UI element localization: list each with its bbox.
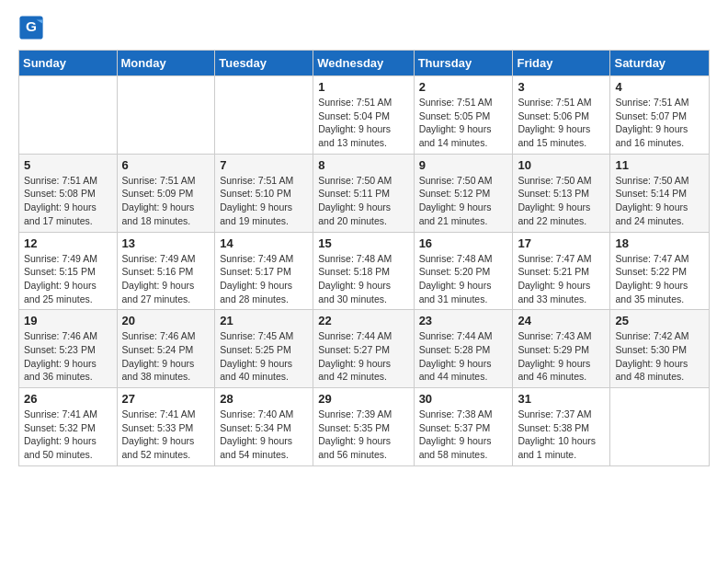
day-info: Sunrise: 7:44 AM Sunset: 5:27 PM Dayligh… <box>318 329 408 384</box>
calendar-cell: 1Sunrise: 7:51 AM Sunset: 5:04 PM Daylig… <box>313 76 414 155</box>
calendar-cell: 24Sunrise: 7:43 AM Sunset: 5:29 PM Dayli… <box>513 310 610 388</box>
calendar-cell: 10Sunrise: 7:50 AM Sunset: 5:13 PM Dayli… <box>513 154 610 232</box>
day-number: 14 <box>220 236 308 250</box>
svg-text:G: G <box>26 18 37 34</box>
calendar-cell: 14Sunrise: 7:49 AM Sunset: 5:17 PM Dayli… <box>215 232 313 310</box>
calendar-cell: 17Sunrise: 7:47 AM Sunset: 5:21 PM Dayli… <box>513 232 610 310</box>
calendar-cell: 30Sunrise: 7:38 AM Sunset: 5:37 PM Dayli… <box>414 388 513 466</box>
calendar-cell: 4Sunrise: 7:51 AM Sunset: 5:07 PM Daylig… <box>610 76 710 155</box>
day-info: Sunrise: 7:48 AM Sunset: 5:20 PM Dayligh… <box>419 252 508 306</box>
calendar-cell: 16Sunrise: 7:48 AM Sunset: 5:20 PM Dayli… <box>414 232 513 310</box>
calendar-table: SundayMondayTuesdayWednesdayThursdayFrid… <box>18 50 710 466</box>
calendar-cell: 5Sunrise: 7:51 AM Sunset: 5:08 PM Daylig… <box>19 154 118 232</box>
day-info: Sunrise: 7:51 AM Sunset: 5:04 PM Dayligh… <box>318 96 408 150</box>
calendar-cell: 28Sunrise: 7:40 AM Sunset: 5:34 PM Dayli… <box>215 388 313 466</box>
day-info: Sunrise: 7:37 AM Sunset: 5:38 PM Dayligh… <box>518 408 605 462</box>
day-info: Sunrise: 7:51 AM Sunset: 5:10 PM Dayligh… <box>220 174 308 228</box>
day-info: Sunrise: 7:51 AM Sunset: 5:08 PM Dayligh… <box>24 174 112 228</box>
day-info: Sunrise: 7:49 AM Sunset: 5:16 PM Dayligh… <box>122 252 210 306</box>
calendar-cell: 31Sunrise: 7:37 AM Sunset: 5:38 PM Dayli… <box>513 388 610 466</box>
day-number: 22 <box>318 314 408 327</box>
day-info: Sunrise: 7:41 AM Sunset: 5:33 PM Dayligh… <box>122 408 210 462</box>
logo: G <box>18 15 46 40</box>
calendar-cell: 20Sunrise: 7:46 AM Sunset: 5:24 PM Dayli… <box>117 310 215 388</box>
day-info: Sunrise: 7:46 AM Sunset: 5:23 PM Dayligh… <box>24 329 112 384</box>
calendar-cell: 25Sunrise: 7:42 AM Sunset: 5:30 PM Dayli… <box>610 310 710 388</box>
calendar-cell <box>610 388 710 466</box>
calendar-cell: 3Sunrise: 7:51 AM Sunset: 5:06 PM Daylig… <box>513 76 610 155</box>
day-info: Sunrise: 7:51 AM Sunset: 5:05 PM Dayligh… <box>419 96 508 150</box>
day-number: 1 <box>318 80 408 94</box>
day-info: Sunrise: 7:39 AM Sunset: 5:35 PM Dayligh… <box>318 408 408 462</box>
day-number: 12 <box>24 236 112 250</box>
day-info: Sunrise: 7:49 AM Sunset: 5:15 PM Dayligh… <box>24 252 112 306</box>
calendar-cell: 9Sunrise: 7:50 AM Sunset: 5:12 PM Daylig… <box>414 154 513 232</box>
calendar-cell: 19Sunrise: 7:46 AM Sunset: 5:23 PM Dayli… <box>19 310 118 388</box>
weekday-header: Tuesday <box>215 51 313 76</box>
day-number: 23 <box>419 314 508 327</box>
calendar-week-row: 26Sunrise: 7:41 AM Sunset: 5:32 PM Dayli… <box>19 388 710 466</box>
day-number: 18 <box>615 236 704 250</box>
day-number: 6 <box>122 158 210 172</box>
day-info: Sunrise: 7:50 AM Sunset: 5:11 PM Dayligh… <box>318 174 408 228</box>
calendar-cell: 21Sunrise: 7:45 AM Sunset: 5:25 PM Dayli… <box>215 310 313 388</box>
day-info: Sunrise: 7:51 AM Sunset: 5:06 PM Dayligh… <box>518 96 605 150</box>
weekday-header: Sunday <box>19 51 118 76</box>
calendar-week-row: 5Sunrise: 7:51 AM Sunset: 5:08 PM Daylig… <box>19 154 710 232</box>
day-info: Sunrise: 7:38 AM Sunset: 5:37 PM Dayligh… <box>419 408 508 462</box>
calendar-cell: 13Sunrise: 7:49 AM Sunset: 5:16 PM Dayli… <box>117 232 215 310</box>
weekday-header: Friday <box>513 51 610 76</box>
calendar-cell: 7Sunrise: 7:51 AM Sunset: 5:10 PM Daylig… <box>215 154 313 232</box>
calendar-cell: 22Sunrise: 7:44 AM Sunset: 5:27 PM Dayli… <box>313 310 414 388</box>
day-number: 10 <box>518 158 605 172</box>
calendar-cell: 26Sunrise: 7:41 AM Sunset: 5:32 PM Dayli… <box>19 388 118 466</box>
calendar-cell: 6Sunrise: 7:51 AM Sunset: 5:09 PM Daylig… <box>117 154 215 232</box>
logo-icon: G <box>18 15 44 40</box>
day-number: 7 <box>220 158 308 172</box>
day-number: 2 <box>419 80 508 94</box>
day-number: 20 <box>122 314 210 327</box>
day-number: 24 <box>518 314 605 327</box>
calendar-cell: 2Sunrise: 7:51 AM Sunset: 5:05 PM Daylig… <box>414 76 513 155</box>
day-info: Sunrise: 7:44 AM Sunset: 5:28 PM Dayligh… <box>419 329 508 384</box>
calendar-cell <box>215 76 313 155</box>
header: G <box>18 15 710 40</box>
calendar-cell: 18Sunrise: 7:47 AM Sunset: 5:22 PM Dayli… <box>610 232 710 310</box>
day-number: 9 <box>419 158 508 172</box>
day-info: Sunrise: 7:50 AM Sunset: 5:12 PM Dayligh… <box>419 174 508 228</box>
day-number: 3 <box>518 80 605 94</box>
day-number: 28 <box>220 392 308 406</box>
day-number: 29 <box>318 392 408 406</box>
calendar-week-row: 12Sunrise: 7:49 AM Sunset: 5:15 PM Dayli… <box>19 232 710 310</box>
day-info: Sunrise: 7:48 AM Sunset: 5:18 PM Dayligh… <box>318 252 408 306</box>
day-number: 4 <box>615 80 704 94</box>
day-info: Sunrise: 7:45 AM Sunset: 5:25 PM Dayligh… <box>220 329 308 384</box>
calendar-cell: 12Sunrise: 7:49 AM Sunset: 5:15 PM Dayli… <box>19 232 118 310</box>
day-info: Sunrise: 7:47 AM Sunset: 5:21 PM Dayligh… <box>518 252 605 306</box>
day-info: Sunrise: 7:47 AM Sunset: 5:22 PM Dayligh… <box>615 252 704 306</box>
day-info: Sunrise: 7:50 AM Sunset: 5:14 PM Dayligh… <box>615 174 704 228</box>
day-info: Sunrise: 7:51 AM Sunset: 5:07 PM Dayligh… <box>615 96 704 150</box>
day-info: Sunrise: 7:49 AM Sunset: 5:17 PM Dayligh… <box>220 252 308 306</box>
weekday-header: Monday <box>117 51 215 76</box>
day-info: Sunrise: 7:51 AM Sunset: 5:09 PM Dayligh… <box>122 174 210 228</box>
calendar-cell: 27Sunrise: 7:41 AM Sunset: 5:33 PM Dayli… <box>117 388 215 466</box>
weekday-header: Wednesday <box>313 51 414 76</box>
calendar-week-row: 1Sunrise: 7:51 AM Sunset: 5:04 PM Daylig… <box>19 76 710 155</box>
day-number: 19 <box>24 314 112 327</box>
weekday-header: Thursday <box>414 51 513 76</box>
day-number: 25 <box>615 314 704 327</box>
day-number: 5 <box>24 158 112 172</box>
day-info: Sunrise: 7:43 AM Sunset: 5:29 PM Dayligh… <box>518 329 605 384</box>
calendar-cell: 23Sunrise: 7:44 AM Sunset: 5:28 PM Dayli… <box>414 310 513 388</box>
day-number: 11 <box>615 158 704 172</box>
weekday-header: Saturday <box>610 51 710 76</box>
day-number: 8 <box>318 158 408 172</box>
day-info: Sunrise: 7:41 AM Sunset: 5:32 PM Dayligh… <box>24 408 112 462</box>
calendar-cell: 15Sunrise: 7:48 AM Sunset: 5:18 PM Dayli… <box>313 232 414 310</box>
day-info: Sunrise: 7:50 AM Sunset: 5:13 PM Dayligh… <box>518 174 605 228</box>
calendar-page: G SundayMondayTuesdayWednesdayThursdayFr… <box>0 0 728 481</box>
calendar-cell: 11Sunrise: 7:50 AM Sunset: 5:14 PM Dayli… <box>610 154 710 232</box>
day-number: 16 <box>419 236 508 250</box>
calendar-cell <box>19 76 118 155</box>
